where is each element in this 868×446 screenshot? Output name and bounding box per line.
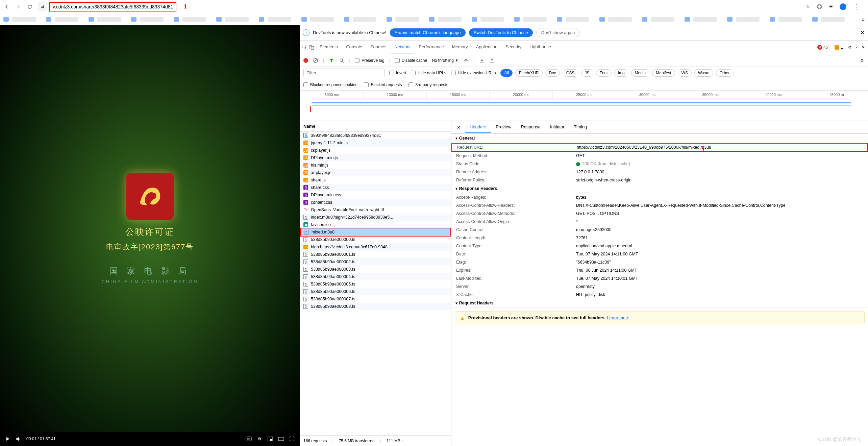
extensions-icon[interactable] (816, 4, 822, 10)
volume-button[interactable] (16, 436, 22, 442)
filter-type-css[interactable]: CSS (563, 69, 578, 77)
clear-button[interactable] (313, 58, 318, 63)
tab-network[interactable]: Network (391, 41, 415, 53)
detail-tab-preview[interactable]: Preview (491, 121, 516, 133)
settings-button[interactable]: ⚙ (256, 436, 263, 442)
learn-more-link[interactable]: Learn more (607, 315, 629, 320)
site-info-chip[interactable]: ⇄ (38, 2, 47, 11)
export-har-icon[interactable] (489, 58, 495, 63)
request-row[interactable]: JSartplayer.js (300, 169, 451, 176)
request-row[interactable]: ▯index.m3u8?sign=321d74ce9958d3938e5... (300, 214, 451, 221)
detail-tab-headers[interactable]: Headers (465, 121, 491, 133)
request-row[interactable]: ▯538d85b90ae000003.ts (300, 266, 451, 273)
reading-list-icon[interactable]: ☰ (829, 4, 833, 9)
tab-sources[interactable]: Sources (366, 41, 391, 53)
captions-button[interactable]: CC (246, 436, 252, 442)
request-row[interactable]: JSDPlayer.min.js (300, 154, 451, 162)
filter-icon[interactable] (329, 58, 334, 63)
bookmarks-overflow-icon[interactable]: » (862, 17, 865, 22)
request-row[interactable]: ▯mixed.m3u82 (300, 228, 451, 237)
devtools-menu-icon[interactable]: ⋮ (854, 45, 859, 50)
filter-type-img[interactable]: Img (614, 69, 628, 77)
search-icon[interactable] (339, 58, 344, 63)
tab-console[interactable]: Console (342, 41, 366, 53)
forward-button[interactable] (15, 3, 22, 10)
request-row[interactable]: {}DPlayer.min.css (300, 191, 451, 199)
reload-button[interactable] (26, 3, 33, 10)
devtools-close-icon[interactable]: ✕ (861, 45, 866, 50)
blocked-cookies-checkbox[interactable]: Blocked response cookies (303, 82, 357, 87)
request-row[interactable]: JSblob:https://v.cdnlz3.com/a3c617e0-934… (300, 243, 451, 251)
tab-elements[interactable]: Elements (316, 41, 342, 53)
filter-type-font[interactable]: Font (596, 69, 612, 77)
devtools-settings-icon[interactable]: ⚙ (847, 45, 852, 50)
filter-type-fetch-xhr[interactable]: Fetch/XHR (515, 69, 543, 77)
filter-type-manifest[interactable]: Manifest (652, 69, 675, 77)
tab-application[interactable]: Application (472, 41, 502, 53)
match-language-button[interactable]: Always match Chrome's language (390, 28, 466, 37)
filter-type-ws[interactable]: WS (678, 69, 692, 77)
section-header[interactable]: Request Headers (451, 299, 868, 308)
tab-memory[interactable]: Memory (448, 41, 472, 53)
profile-avatar[interactable] (840, 3, 846, 10)
section-header[interactable]: General (451, 134, 868, 143)
inspect-icon[interactable] (302, 45, 307, 50)
error-count[interactable]: ✕45 (815, 44, 830, 50)
infobar-close-icon[interactable]: ✕ (860, 29, 865, 36)
network-timeline[interactable]: 5000 ms10000 ms15000 ms20000 ms25000 ms3… (300, 91, 868, 121)
back-button[interactable] (3, 3, 10, 10)
tab-lighthouse[interactable]: Lighthouse (525, 41, 555, 53)
hide-extension-urls-checkbox[interactable]: Hide extension URLs (451, 71, 496, 75)
request-row[interactable]: ▯538d85b90ae000006.ts (300, 288, 451, 295)
device-toggle-icon[interactable] (309, 45, 314, 50)
request-row[interactable]: ▯538d85b90ae000002.ts (300, 258, 451, 266)
play-button[interactable] (5, 436, 11, 442)
import-har-icon[interactable] (479, 58, 485, 63)
detail-close-icon[interactable]: ✕ (454, 125, 464, 130)
filter-input[interactable] (303, 69, 385, 77)
disable-cache-checkbox[interactable]: Disable cache (395, 58, 427, 63)
dont-show-button[interactable]: Don't show again (536, 28, 580, 37)
detail-tab-initiator[interactable]: Initiator (545, 121, 569, 133)
pip-button[interactable] (267, 436, 273, 442)
throttling-select[interactable]: No throttling ▼ (432, 58, 458, 63)
request-row[interactable]: JSjquery-1.11.2.min.js (300, 139, 451, 147)
request-row[interactable]: {}share.css (300, 184, 451, 191)
request-row[interactable]: ▣favicon.ico (300, 221, 451, 228)
request-row[interactable]: ▯538d85b90ae000001.ts (300, 251, 451, 258)
preserve-log-checkbox[interactable]: Preserve log (355, 58, 384, 63)
request-row[interactable]: JSshare.js (300, 176, 451, 184)
warning-count[interactable]: !1 (832, 44, 846, 50)
request-row[interactable]: ▯538d85b90ae000004.ts (300, 273, 451, 280)
request-row[interactable]: TтOpenSans_VariableFont_wdth_wght.ttf (300, 206, 451, 214)
detail-tab-response[interactable]: Response (516, 121, 545, 133)
tab-security[interactable]: Security (501, 41, 525, 53)
request-row[interactable]: ▯538d85b90ae000005.ts (300, 280, 451, 288)
filter-type-js[interactable]: JS (581, 69, 593, 77)
request-row[interactable]: JSckplayer.js (300, 147, 451, 154)
url-input[interactable]: v.cdnlz3.com/share/3893f9f84823afc5f6833… (49, 2, 176, 11)
filter-type-other[interactable]: Other (716, 69, 734, 77)
hide-data-urls-checkbox[interactable]: Hide data URLs (411, 71, 446, 75)
filter-type-media[interactable]: Media (631, 69, 650, 77)
section-header[interactable]: Response Headers (451, 184, 868, 193)
filter-type-doc[interactable]: Doc (545, 69, 560, 77)
request-row[interactable]: JShls.min.js (300, 162, 451, 169)
detail-tab-timing[interactable]: Timing (569, 121, 592, 133)
request-row[interactable]: {}content.css (300, 199, 451, 206)
switch-language-button[interactable]: Switch DevTools to Chinese (469, 28, 533, 37)
invert-checkbox[interactable]: Invert (389, 71, 406, 75)
request-row[interactable]: ▤3893f9f84823afc5f68339ed89374d81 (300, 132, 451, 139)
video-viewport[interactable]: 公映许可证 电审故字[2023]第677号 国 家 电 影 局 CHINA FI… (0, 25, 300, 432)
blocked-requests-checkbox[interactable]: Blocked requests (364, 82, 402, 87)
chrome-menu-icon[interactable]: ⋮ (853, 3, 859, 10)
filter-type-wasm[interactable]: Wasm (694, 69, 713, 77)
request-row[interactable]: ▯538d85b90ae000000.ts (300, 236, 451, 243)
fullscreen-button[interactable] (289, 436, 295, 442)
network-settings-icon[interactable]: ⚙ (859, 58, 865, 63)
request-row[interactable]: ▯538d85b90ae000007.ts (300, 295, 451, 303)
network-conditions-icon[interactable] (463, 58, 469, 63)
filter-type-all[interactable]: All (500, 69, 512, 77)
request-row[interactable]: ▯538d85b90ae000008.ts (300, 303, 451, 310)
bookmark-star-icon[interactable]: ☆ (806, 4, 810, 9)
